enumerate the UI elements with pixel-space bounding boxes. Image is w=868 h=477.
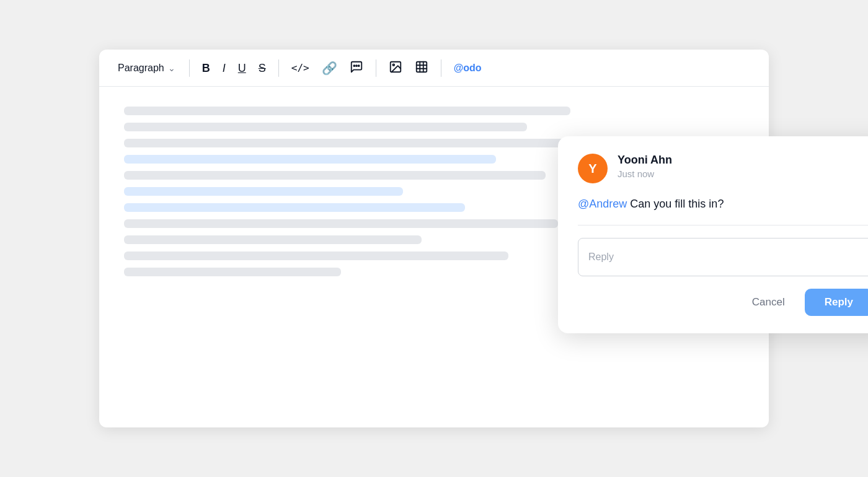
svg-point-0 <box>356 65 357 66</box>
comment-body: @Andrew Can you fill this in? <box>578 196 868 212</box>
image-icon <box>389 60 402 76</box>
underline-button[interactable]: U <box>233 59 251 77</box>
text-line <box>124 252 508 260</box>
format-group: B I U S <box>197 59 271 77</box>
toolbar-divider-3 <box>376 59 376 77</box>
link-icon: 🔗 <box>322 62 337 74</box>
underline-icon: U <box>238 63 246 74</box>
comment-divider <box>578 225 868 225</box>
comment-button[interactable] <box>345 56 368 79</box>
toolbar-divider-1 <box>189 59 190 77</box>
comment-popup: Y Yooni Ahn Just now @Andrew Can you fil… <box>558 136 868 333</box>
toolbar-divider-4 <box>441 59 441 77</box>
code-icon: </> <box>291 63 309 73</box>
text-line <box>124 187 403 196</box>
comment-text: Can you fill this in? <box>627 198 724 210</box>
bold-icon: B <box>202 63 210 74</box>
text-line <box>124 123 527 131</box>
text-line <box>124 107 570 115</box>
comment-meta: Yooni Ahn Just now <box>618 154 672 179</box>
text-line <box>124 155 496 164</box>
svg-rect-5 <box>416 62 427 72</box>
comment-icon <box>350 60 363 76</box>
italic-button[interactable]: I <box>218 59 231 77</box>
comment-actions: Cancel Reply <box>578 289 868 316</box>
comment-time: Just now <box>618 168 672 179</box>
code-button[interactable]: </> <box>286 59 314 77</box>
italic-icon: I <box>223 63 226 74</box>
mention-button[interactable]: @odo <box>449 59 487 77</box>
text-line <box>124 139 608 147</box>
paragraph-selector[interactable]: Paragraph ⌄ <box>112 59 182 77</box>
toolbar-divider-2 <box>278 59 279 77</box>
svg-point-4 <box>392 64 394 66</box>
media-group <box>384 56 433 79</box>
editor-container: Paragraph ⌄ B I U S </> 🔗 <box>99 50 769 427</box>
text-line <box>124 268 341 276</box>
comment-header: Y Yooni Ahn Just now <box>578 154 868 183</box>
reply-input[interactable] <box>588 247 862 267</box>
strikethrough-icon: S <box>259 63 266 74</box>
comment-mention: @Andrew <box>578 198 627 210</box>
svg-point-2 <box>358 65 359 66</box>
reply-input-wrapper[interactable] <box>578 238 868 276</box>
cancel-button[interactable]: Cancel <box>740 290 797 315</box>
svg-point-1 <box>353 65 355 66</box>
link-button[interactable]: 🔗 <box>317 58 342 78</box>
paragraph-label: Paragraph <box>118 63 164 74</box>
strikethrough-button[interactable]: S <box>254 59 271 77</box>
table-button[interactable] <box>410 56 433 79</box>
insert-group: </> 🔗 <box>286 56 368 79</box>
table-icon <box>415 60 428 76</box>
bold-button[interactable]: B <box>197 59 215 77</box>
image-button[interactable] <box>384 56 407 79</box>
text-line <box>124 203 465 212</box>
avatar: Y <box>578 154 608 183</box>
toolbar: Paragraph ⌄ B I U S </> 🔗 <box>99 50 769 87</box>
text-line <box>124 235 422 244</box>
chevron-down-icon: ⌄ <box>168 63 175 73</box>
comment-author: Yooni Ahn <box>618 154 672 167</box>
text-line <box>124 219 558 228</box>
text-line <box>124 171 546 180</box>
mention-label: @odo <box>454 63 482 73</box>
reply-button[interactable]: Reply <box>805 289 868 316</box>
